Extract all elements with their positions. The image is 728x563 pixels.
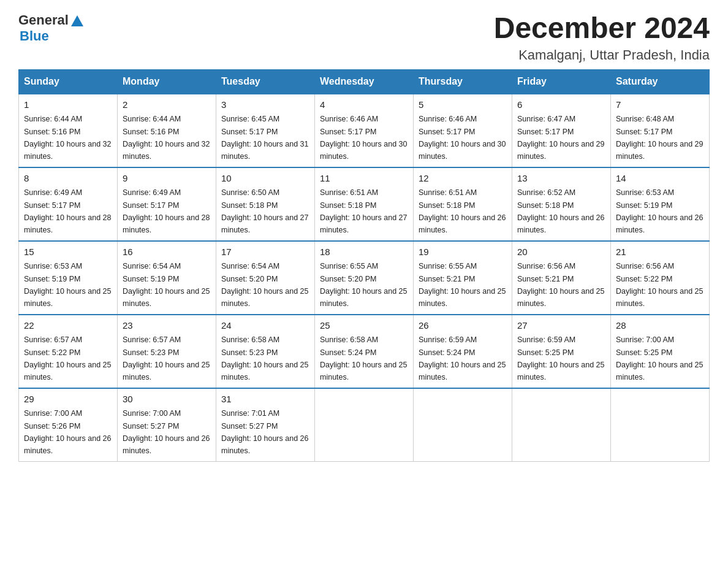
day-number: 18 xyxy=(320,245,408,259)
header-monday: Monday xyxy=(118,69,216,94)
day-info: Sunrise: 6:45 AMSunset: 5:17 PMDaylight:… xyxy=(221,115,308,161)
day-info: Sunrise: 6:58 AMSunset: 5:24 PMDaylight:… xyxy=(320,335,407,381)
day-number: 26 xyxy=(419,319,507,333)
day-info: Sunrise: 6:55 AMSunset: 5:21 PMDaylight:… xyxy=(419,262,506,308)
svg-marker-0 xyxy=(71,15,83,26)
header-saturday: Saturday xyxy=(611,69,710,94)
day-info: Sunrise: 6:49 AMSunset: 5:17 PMDaylight:… xyxy=(24,188,111,234)
day-info: Sunrise: 6:56 AMSunset: 5:21 PMDaylight:… xyxy=(517,262,604,308)
day-number: 30 xyxy=(123,393,211,407)
calendar-cell: 25Sunrise: 6:58 AMSunset: 5:24 PMDayligh… xyxy=(315,315,414,388)
calendar-cell: 10Sunrise: 6:50 AMSunset: 5:18 PMDayligh… xyxy=(216,167,315,241)
calendar-cell: 21Sunrise: 6:56 AMSunset: 5:22 PMDayligh… xyxy=(611,241,710,315)
day-number: 4 xyxy=(320,98,408,112)
day-number: 16 xyxy=(123,245,211,259)
day-number: 27 xyxy=(517,319,605,333)
day-info: Sunrise: 6:46 AMSunset: 5:17 PMDaylight:… xyxy=(320,115,407,161)
calendar-cell: 19Sunrise: 6:55 AMSunset: 5:21 PMDayligh… xyxy=(414,241,512,315)
day-info: Sunrise: 7:00 AMSunset: 5:25 PMDaylight:… xyxy=(616,335,703,381)
day-number: 25 xyxy=(320,319,408,333)
week-row-4: 22Sunrise: 6:57 AMSunset: 5:22 PMDayligh… xyxy=(19,315,710,388)
calendar-cell xyxy=(315,388,414,462)
calendar-cell: 1Sunrise: 6:44 AMSunset: 5:16 PMDaylight… xyxy=(19,94,118,167)
day-info: Sunrise: 6:57 AMSunset: 5:23 PMDaylight:… xyxy=(123,335,210,381)
calendar-cell: 24Sunrise: 6:58 AMSunset: 5:23 PMDayligh… xyxy=(216,315,315,388)
day-number: 5 xyxy=(419,98,507,112)
header-sunday: Sunday xyxy=(19,69,118,94)
calendar-cell: 11Sunrise: 6:51 AMSunset: 5:18 PMDayligh… xyxy=(315,167,414,241)
calendar-cell xyxy=(414,388,512,462)
calendar-cell: 22Sunrise: 6:57 AMSunset: 5:22 PMDayligh… xyxy=(19,315,118,388)
day-info: Sunrise: 6:59 AMSunset: 5:25 PMDaylight:… xyxy=(517,335,604,381)
day-number: 12 xyxy=(419,172,507,186)
day-number: 20 xyxy=(517,245,605,259)
header: General Blue December 2024 Kamalganj, Ut… xyxy=(18,12,710,63)
calendar-cell: 31Sunrise: 7:01 AMSunset: 5:27 PMDayligh… xyxy=(216,388,315,462)
day-info: Sunrise: 7:00 AMSunset: 5:27 PMDaylight:… xyxy=(123,409,210,455)
day-info: Sunrise: 6:56 AMSunset: 5:22 PMDaylight:… xyxy=(616,262,703,308)
calendar-cell: 2Sunrise: 6:44 AMSunset: 5:16 PMDaylight… xyxy=(118,94,216,167)
day-info: Sunrise: 6:58 AMSunset: 5:23 PMDaylight:… xyxy=(221,335,308,381)
calendar-cell: 20Sunrise: 6:56 AMSunset: 5:21 PMDayligh… xyxy=(512,241,611,315)
day-number: 31 xyxy=(221,393,309,407)
logo-text-blue: Blue xyxy=(20,28,49,44)
calendar-cell: 12Sunrise: 6:51 AMSunset: 5:18 PMDayligh… xyxy=(414,167,512,241)
day-info: Sunrise: 6:51 AMSunset: 5:18 PMDaylight:… xyxy=(419,188,506,234)
day-number: 8 xyxy=(24,172,112,186)
calendar-cell: 30Sunrise: 7:00 AMSunset: 5:27 PMDayligh… xyxy=(118,388,216,462)
day-number: 29 xyxy=(24,393,112,407)
day-info: Sunrise: 6:57 AMSunset: 5:22 PMDaylight:… xyxy=(24,335,111,381)
calendar-cell: 16Sunrise: 6:54 AMSunset: 5:19 PMDayligh… xyxy=(118,241,216,315)
calendar-cell xyxy=(512,388,611,462)
day-number: 9 xyxy=(123,172,211,186)
day-number: 21 xyxy=(616,245,704,259)
day-info: Sunrise: 6:54 AMSunset: 5:20 PMDaylight:… xyxy=(221,262,308,308)
day-info: Sunrise: 7:01 AMSunset: 5:27 PMDaylight:… xyxy=(221,409,308,455)
calendar-cell: 17Sunrise: 6:54 AMSunset: 5:20 PMDayligh… xyxy=(216,241,315,315)
header-tuesday: Tuesday xyxy=(216,69,315,94)
calendar-cell: 4Sunrise: 6:46 AMSunset: 5:17 PMDaylight… xyxy=(315,94,414,167)
calendar-cell: 14Sunrise: 6:53 AMSunset: 5:19 PMDayligh… xyxy=(611,167,710,241)
logo-text-general: General xyxy=(18,12,69,28)
day-number: 7 xyxy=(616,98,704,112)
day-number: 23 xyxy=(123,319,211,333)
day-number: 15 xyxy=(24,245,112,259)
day-info: Sunrise: 6:51 AMSunset: 5:18 PMDaylight:… xyxy=(320,188,407,234)
day-number: 19 xyxy=(419,245,507,259)
day-info: Sunrise: 6:47 AMSunset: 5:17 PMDaylight:… xyxy=(517,115,604,161)
day-info: Sunrise: 6:52 AMSunset: 5:18 PMDaylight:… xyxy=(517,188,604,234)
calendar-cell: 23Sunrise: 6:57 AMSunset: 5:23 PMDayligh… xyxy=(118,315,216,388)
day-info: Sunrise: 6:48 AMSunset: 5:17 PMDaylight:… xyxy=(616,115,703,161)
day-info: Sunrise: 6:50 AMSunset: 5:18 PMDaylight:… xyxy=(221,188,308,234)
calendar-cell xyxy=(611,388,710,462)
weekday-header-row: Sunday Monday Tuesday Wednesday Thursday… xyxy=(19,69,710,94)
header-thursday: Thursday xyxy=(414,69,512,94)
calendar-cell: 28Sunrise: 7:00 AMSunset: 5:25 PMDayligh… xyxy=(611,315,710,388)
day-number: 17 xyxy=(221,245,309,259)
calendar-cell: 18Sunrise: 6:55 AMSunset: 5:20 PMDayligh… xyxy=(315,241,414,315)
header-wednesday: Wednesday xyxy=(315,69,414,94)
day-info: Sunrise: 6:44 AMSunset: 5:16 PMDaylight:… xyxy=(24,115,111,161)
day-info: Sunrise: 6:54 AMSunset: 5:19 PMDaylight:… xyxy=(123,262,210,308)
day-info: Sunrise: 6:49 AMSunset: 5:17 PMDaylight:… xyxy=(123,188,210,234)
page-container: General Blue December 2024 Kamalganj, Ut… xyxy=(18,12,710,462)
header-friday: Friday xyxy=(512,69,611,94)
calendar-cell: 13Sunrise: 6:52 AMSunset: 5:18 PMDayligh… xyxy=(512,167,611,241)
calendar-cell: 8Sunrise: 6:49 AMSunset: 5:17 PMDaylight… xyxy=(19,167,118,241)
calendar-cell: 26Sunrise: 6:59 AMSunset: 5:24 PMDayligh… xyxy=(414,315,512,388)
calendar-cell: 3Sunrise: 6:45 AMSunset: 5:17 PMDaylight… xyxy=(216,94,315,167)
calendar-cell: 5Sunrise: 6:46 AMSunset: 5:17 PMDaylight… xyxy=(414,94,512,167)
month-year-title: December 2024 xyxy=(494,12,710,45)
calendar-cell: 9Sunrise: 6:49 AMSunset: 5:17 PMDaylight… xyxy=(118,167,216,241)
day-number: 24 xyxy=(221,319,309,333)
week-row-3: 15Sunrise: 6:53 AMSunset: 5:19 PMDayligh… xyxy=(19,241,710,315)
day-number: 14 xyxy=(616,172,704,186)
day-info: Sunrise: 6:53 AMSunset: 5:19 PMDaylight:… xyxy=(24,262,111,308)
day-number: 1 xyxy=(24,98,112,112)
calendar-table: Sunday Monday Tuesday Wednesday Thursday… xyxy=(18,69,710,462)
calendar-cell: 6Sunrise: 6:47 AMSunset: 5:17 PMDaylight… xyxy=(512,94,611,167)
week-row-1: 1Sunrise: 6:44 AMSunset: 5:16 PMDaylight… xyxy=(19,94,710,167)
day-number: 10 xyxy=(221,172,309,186)
day-info: Sunrise: 6:44 AMSunset: 5:16 PMDaylight:… xyxy=(123,115,210,161)
week-row-5: 29Sunrise: 7:00 AMSunset: 5:26 PMDayligh… xyxy=(19,388,710,462)
